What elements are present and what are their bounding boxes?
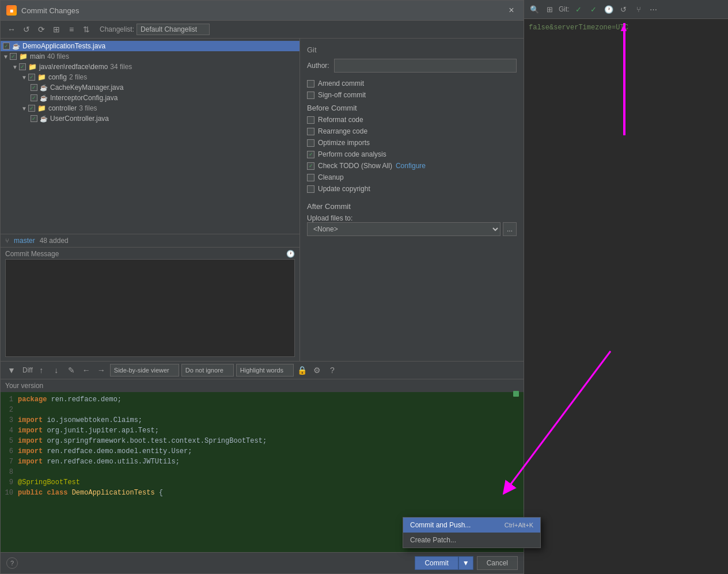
git-history-icon[interactable]: 🕐 xyxy=(603,3,615,15)
tree-item-java-path[interactable]: ▼ 📁 java\ren\redface\demo 34 files xyxy=(1,62,299,72)
code-line-6: 6 import ren.redface.demo.model.entity.U… xyxy=(1,446,524,457)
tree-item-controller[interactable]: ▼ 📁 controller 3 files xyxy=(1,103,299,113)
checkbox-java-path[interactable] xyxy=(19,63,26,70)
git-rollback-icon[interactable]: ↺ xyxy=(618,3,630,15)
toolbar-undo-icon[interactable]: ↺ xyxy=(20,23,33,36)
branch-name: master xyxy=(14,237,35,245)
line-content-5: import org.springframework.boot.test.con… xyxy=(18,436,524,446)
annotation-arrowhead-top: ▲ xyxy=(619,22,629,34)
arrow-icon-main: ▼ xyxy=(3,54,9,60)
configure-link[interactable]: Configure xyxy=(396,162,426,170)
branch-count: 48 added xyxy=(40,237,69,245)
popup-create-patch-label: Create Patch... xyxy=(410,536,456,544)
browse-button[interactable]: ... xyxy=(503,222,517,236)
commit-message-history-icon[interactable]: 🕐 xyxy=(286,250,295,258)
ide-search-icon[interactable]: 🔍 xyxy=(529,3,540,15)
tree-item-config[interactable]: ▼ 📁 config 2 files xyxy=(1,72,299,82)
close-button[interactable]: × xyxy=(505,4,518,17)
checkbox-controller[interactable] xyxy=(28,105,35,112)
tree-item-demoapplicationtests[interactable]: ☕ DemoApplicationTests.java xyxy=(1,41,299,51)
diff-lock-icon[interactable]: 🔒 xyxy=(296,364,309,377)
code-line-10: 10 public class DemoApplicationTests { xyxy=(1,488,524,498)
git-branch-icon[interactable]: ⑂ xyxy=(633,3,644,15)
checkbox-main[interactable] xyxy=(10,53,17,60)
commit-message-input[interactable] xyxy=(5,259,295,357)
dialog-title: Commit Changes xyxy=(21,6,79,15)
popup-item-commit-push[interactable]: Commit and Push... Ctrl+Alt+K xyxy=(403,518,540,533)
commit-dropdown-arrow[interactable]: ▼ xyxy=(458,556,473,570)
author-input[interactable] xyxy=(334,59,517,73)
diff-down-icon[interactable]: ↓ xyxy=(50,364,63,377)
code-line-9: 9 @SpringBootTest xyxy=(1,477,524,488)
line-num-3: 3 xyxy=(1,415,18,425)
tree-item-interceptorconfig[interactable]: ☕ InterceptorConfig.java xyxy=(1,93,299,103)
help-button[interactable]: ? xyxy=(6,557,18,569)
checkbox-amend[interactable] xyxy=(307,80,314,88)
git-check2-icon[interactable]: ✓ xyxy=(588,3,600,15)
diff-up-icon[interactable]: ↑ xyxy=(35,364,48,377)
checkbox-reformat[interactable] xyxy=(307,116,314,124)
ide-toolbar: 🔍 ⊞ Git: ✓ ✓ 🕐 ↺ ⑂ ⋯ xyxy=(524,0,728,19)
checkbox-signoff[interactable] xyxy=(307,92,314,99)
controller-count: 3 files xyxy=(79,104,97,112)
folder-label-config: config xyxy=(48,73,67,81)
checkbox-interceptorconfig[interactable] xyxy=(31,94,37,101)
line-content-10: public class DemoApplicationTests { xyxy=(18,488,524,498)
checkbox-cachekeymanager[interactable] xyxy=(31,84,37,91)
changelist-dropdown[interactable]: Default Changelist xyxy=(136,24,210,35)
diff-forward-icon[interactable]: → xyxy=(95,364,108,377)
todo-label: Check TODO (Show All) xyxy=(318,162,392,170)
checkbox-cleanup[interactable] xyxy=(307,174,314,181)
diff-collapse-icon[interactable]: ▼ xyxy=(5,364,18,377)
checkbox-todo[interactable] xyxy=(307,162,314,170)
diff-settings-icon[interactable]: ⚙ xyxy=(311,364,324,377)
toolbar-group-icon[interactable]: ⊞ xyxy=(50,23,63,36)
toolbar-sort-icon[interactable]: ⇅ xyxy=(80,23,93,36)
upload-select[interactable]: <None> xyxy=(307,222,500,236)
option-row-amend: Amend commit xyxy=(307,79,517,88)
toolbar-diff-icon[interactable]: ↔ xyxy=(5,23,18,36)
folder-label-main: main xyxy=(30,52,45,60)
app-icon-symbol: ■ xyxy=(10,7,13,14)
popup-item-create-patch[interactable]: Create Patch... xyxy=(403,533,540,548)
folder-label-java-path: java\ren\redface\demo xyxy=(39,63,108,71)
git-check-icon[interactable]: ✓ xyxy=(573,3,585,15)
line-num-1: 1 xyxy=(1,394,18,405)
ide-layout-icon[interactable]: ⊞ xyxy=(544,3,555,15)
toolbar-list-icon[interactable]: ≡ xyxy=(65,23,78,36)
tree-item-usercontroller[interactable]: ☕ UserController.java xyxy=(1,113,299,124)
diff-green-indicator xyxy=(513,391,519,397)
diff-viewer-dropdown[interactable]: Side-by-side viewer xyxy=(110,364,179,377)
checkbox-copyright[interactable] xyxy=(307,185,314,193)
option-row-todo: Check TODO (Show All) Configure xyxy=(307,162,517,170)
author-label: Author: xyxy=(307,62,329,70)
diff-edit-icon[interactable]: ✎ xyxy=(65,364,78,377)
checkbox-analyze[interactable] xyxy=(307,151,314,158)
checkbox-usercontroller[interactable] xyxy=(31,115,37,122)
tree-item-cachekeymanager[interactable]: ☕ CacheKeyManager.java xyxy=(1,82,299,93)
diff-ignore-dropdown[interactable]: Do not ignore xyxy=(181,364,234,377)
before-commit-title: Before Commit xyxy=(307,104,517,112)
cancel-button[interactable]: Cancel xyxy=(477,556,518,570)
checkbox-demoapplicationtests[interactable] xyxy=(3,43,10,50)
diff-help-icon[interactable]: ? xyxy=(326,364,339,377)
checkbox-rearrange[interactable] xyxy=(307,128,314,135)
right-panel: Git Author: Amend commit Sign-off commit… xyxy=(300,39,524,361)
tree-item-main[interactable]: ▼ 📁 main 40 files xyxy=(1,51,299,62)
java-path-count: 34 files xyxy=(110,63,132,71)
option-row-reformat: Reformat code xyxy=(307,116,517,124)
diff-highlight-dropdown[interactable]: Highlight words xyxy=(236,364,294,377)
line-content-1: package ren.redface.demo; xyxy=(18,394,524,405)
checkbox-config[interactable] xyxy=(28,74,35,81)
dialog-content: ↔ ↺ ⟳ ⊞ ≡ ⇅ Changelist: Default Changeli… xyxy=(1,21,524,573)
checkbox-optimize[interactable] xyxy=(307,139,314,147)
toolbar-refresh-icon[interactable]: ⟳ xyxy=(35,23,48,36)
git-more-icon[interactable]: ⋯ xyxy=(648,3,659,15)
arrow-icon-java-path: ▼ xyxy=(12,64,18,70)
diff-back-icon[interactable]: ← xyxy=(80,364,93,377)
code-line-3: 3 import io.jsonwebtoken.Claims; xyxy=(1,415,524,425)
popup-commit-push-shortcut: Ctrl+Alt+K xyxy=(505,522,533,529)
commit-button[interactable]: Commit xyxy=(415,556,458,570)
changelist-label: Changelist: xyxy=(100,25,134,33)
line-num-2: 2 xyxy=(1,405,18,415)
